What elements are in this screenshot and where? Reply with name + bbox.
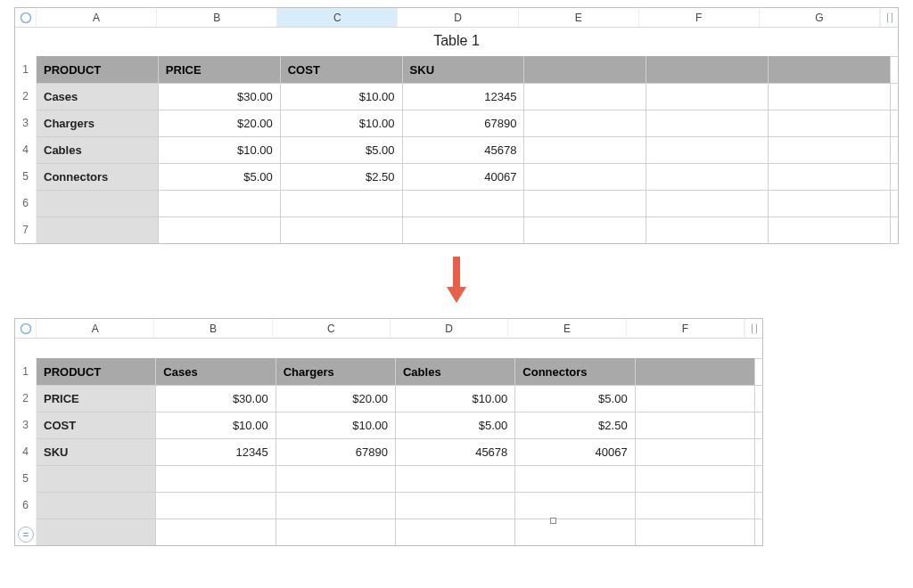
row-header[interactable]: 4 [15,438,37,465]
row-header[interactable]: 3 [15,110,37,136]
column-header-E[interactable]: E [519,8,639,27]
data-cell[interactable]: $2.50 [515,412,635,438]
data-cell[interactable]: 67890 [276,438,396,465]
header-cell[interactable] [769,56,891,83]
data-cell[interactable] [646,136,769,163]
row-header[interactable]: 7 [15,216,37,243]
data-cell[interactable] [159,190,281,216]
row-label-cell[interactable] [37,190,159,216]
table-handle-circle-icon[interactable] [15,319,37,338]
row-label-cell[interactable]: COST [37,412,156,438]
data-cell[interactable] [769,83,891,110]
data-cell[interactable]: $10.00 [156,412,276,438]
column-header-B[interactable]: B [157,8,277,27]
header-cell[interactable]: SKU [403,56,525,83]
data-cell[interactable]: 12345 [156,438,276,465]
data-cell[interactable]: 45678 [396,438,515,465]
header-cell[interactable]: Connectors [515,358,635,385]
row-label-cell[interactable] [37,492,156,519]
data-cell[interactable] [769,216,891,243]
data-cell[interactable] [396,519,515,545]
header-cell[interactable]: Cases [156,358,276,385]
data-cell[interactable] [636,385,755,412]
header-cell[interactable] [646,56,769,83]
data-cell[interactable] [276,492,396,519]
data-cell[interactable] [646,163,769,190]
data-cell[interactable] [636,492,755,519]
data-cell[interactable] [636,465,755,492]
data-cell[interactable] [646,83,769,110]
column-resize-handle-icon[interactable] [744,319,762,338]
data-cell[interactable]: $30.00 [159,83,281,110]
data-cell[interactable]: 45678 [403,136,525,163]
data-cell[interactable] [396,492,515,519]
row-label-cell[interactable]: Cases [37,83,159,110]
column-header-D[interactable]: D [398,8,518,27]
data-cell[interactable] [636,519,755,545]
data-cell[interactable] [515,519,635,545]
data-cell[interactable] [636,412,755,438]
data-cell[interactable] [159,216,281,243]
data-cell[interactable]: 40067 [403,163,525,190]
data-cell[interactable] [403,190,525,216]
row-label-cell[interactable]: Cables [37,136,159,163]
data-cell[interactable]: 67890 [403,110,525,136]
row-header[interactable]: 4 [15,136,37,163]
header-cell[interactable]: Chargers [276,358,396,385]
data-cell[interactable] [646,110,769,136]
column-header-G[interactable]: G [760,8,880,27]
data-cell[interactable] [281,216,403,243]
data-cell[interactable] [769,163,891,190]
data-cell[interactable] [524,110,646,136]
data-cell[interactable] [524,163,646,190]
column-header-D[interactable]: D [391,319,508,338]
row-label-cell[interactable]: Chargers [37,110,159,136]
data-cell[interactable]: $10.00 [281,110,403,136]
data-cell[interactable]: $10.00 [276,412,396,438]
data-cell[interactable]: $5.00 [281,136,403,163]
data-cell[interactable] [769,110,891,136]
add-row-handle-icon[interactable]: = [18,527,34,543]
data-cell[interactable]: $5.00 [396,412,515,438]
data-cell[interactable]: $20.00 [276,385,396,412]
data-cell[interactable] [524,190,646,216]
row-header[interactable]: 5 [15,465,37,492]
row-header[interactable]: 5 [15,163,37,190]
data-cell[interactable]: $20.00 [159,110,281,136]
data-cell[interactable] [396,465,515,492]
row-header[interactable]: 3 [15,412,37,438]
data-cell[interactable]: $5.00 [159,163,281,190]
data-cell[interactable] [156,519,276,545]
column-header-C[interactable]: C [277,8,398,27]
data-cell[interactable] [281,190,403,216]
row-header[interactable]: 1 [15,358,37,385]
row-label-cell[interactable]: SKU [37,438,156,465]
data-cell[interactable] [276,519,396,545]
header-cell[interactable] [636,358,755,385]
row-label-cell[interactable] [37,465,156,492]
row-label-cell[interactable]: PRICE [37,385,156,412]
header-cell[interactable]: PRICE [159,56,281,83]
data-cell[interactable] [156,465,276,492]
header-cell[interactable]: PRODUCT [37,56,159,83]
column-resize-handle-icon[interactable] [880,8,898,27]
column-header-A[interactable]: A [37,8,157,27]
data-cell[interactable] [524,136,646,163]
column-header-B[interactable]: B [154,319,272,338]
row-header[interactable]: 6 [15,492,37,519]
data-cell[interactable]: $10.00 [281,83,403,110]
selection-handle-icon[interactable] [550,518,556,524]
table-title[interactable]: Table 1 [15,28,898,56]
column-header-E[interactable]: E [508,319,626,338]
data-cell[interactable]: $2.50 [281,163,403,190]
row-header[interactable]: 2 [15,83,37,110]
header-cell[interactable]: COST [281,56,403,83]
column-header-F[interactable]: F [627,319,744,338]
header-cell[interactable] [524,56,646,83]
data-cell[interactable]: $30.00 [156,385,276,412]
column-header-F[interactable]: F [639,8,760,27]
row-label-cell[interactable] [37,519,156,545]
data-cell[interactable] [276,465,396,492]
data-cell[interactable] [646,216,769,243]
row-label-cell[interactable]: Connectors [37,163,159,190]
